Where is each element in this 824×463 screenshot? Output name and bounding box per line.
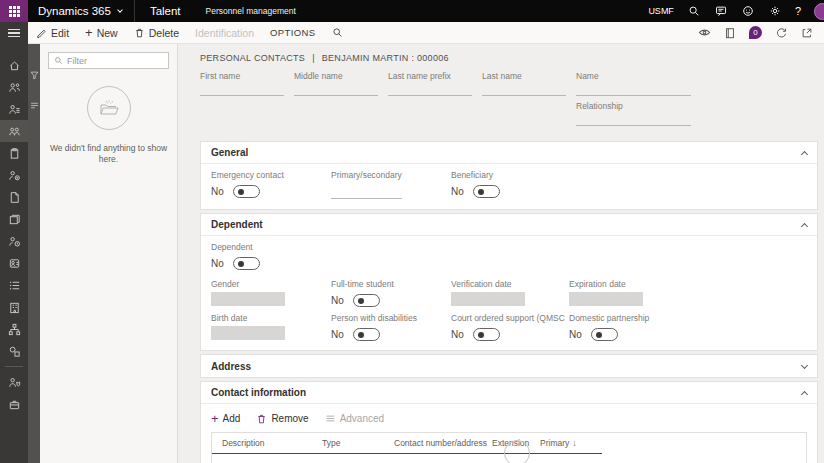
beneficiary-field: Beneficiary No — [451, 170, 569, 200]
search-icon[interactable] — [687, 4, 701, 18]
dependent-toggle[interactable] — [233, 257, 260, 270]
empty-folder-icon — [87, 86, 131, 130]
company-selector[interactable]: USMF — [648, 6, 674, 16]
filter-funnel-icon[interactable] — [30, 66, 39, 84]
person-with-disabilities-toggle[interactable] — [353, 328, 380, 341]
search-icon — [332, 27, 343, 38]
court-ordered-support-toggle[interactable] — [473, 328, 500, 341]
col-contact-number[interactable]: Contact number/address — [394, 438, 492, 448]
collapse-icon — [801, 150, 808, 157]
emergency-contact-toggle[interactable] — [233, 185, 260, 198]
primary-secondary-field: Primary/secondary — [331, 170, 451, 200]
command-bar: Edit + New Delete Identification OPTIONS — [28, 22, 824, 44]
search-icon — [54, 56, 63, 65]
expiration-date-input-disabled — [569, 292, 643, 306]
popout-icon[interactable] — [800, 26, 814, 40]
people-icon[interactable] — [0, 76, 28, 98]
sidebar-divider — [5, 366, 23, 367]
middle-name-field: Middle name — [294, 71, 378, 96]
col-type[interactable]: Type — [322, 438, 394, 448]
plus-icon: + — [211, 414, 219, 424]
general-section-header[interactable]: General — [201, 142, 817, 164]
add-button[interactable]: + Add — [211, 413, 240, 424]
main-content: PERSONAL CONTACTS | BENJAMIN MARTIN : 00… — [178, 44, 824, 463]
help-icon[interactable]: ? — [795, 5, 801, 17]
settings-gear-icon[interactable] — [768, 4, 782, 18]
refresh-icon[interactable] — [774, 26, 788, 40]
person-gear-icon[interactable] — [0, 164, 28, 186]
delete-button[interactable]: Delete — [126, 22, 187, 44]
smiley-icon[interactable] — [741, 4, 755, 18]
domestic-partnership-toggle[interactable] — [591, 328, 618, 341]
navigation-sidebar — [0, 22, 28, 463]
person-note-icon[interactable] — [0, 98, 28, 120]
section-general: General Emergency contact No — [200, 141, 818, 210]
edit-button[interactable]: Edit — [28, 22, 77, 44]
filter-input[interactable]: Filter — [48, 52, 169, 69]
page-header: PERSONAL CONTACTS | BENJAMIN MARTIN : 00… — [200, 44, 818, 141]
col-description[interactable]: Description — [222, 438, 322, 448]
contact-info-table: Description Type Contact number/address … — [211, 432, 807, 463]
filter-placeholder: Filter — [67, 56, 87, 66]
list-icon[interactable] — [0, 274, 28, 296]
briefcase-icon[interactable] — [0, 393, 28, 415]
top-nav-actions: USMF ? — [648, 3, 824, 20]
notifications-badge[interactable]: 0 — [749, 26, 762, 39]
col-primary[interactable]: Primary↓ — [540, 438, 600, 448]
options-menu[interactable]: OPTIONS — [262, 22, 324, 44]
brand-title[interactable]: Dynamics 365 — [38, 5, 111, 17]
birth-date-input-disabled — [211, 326, 285, 340]
plus-icon: + — [85, 28, 93, 38]
breadcrumb-separator: | — [312, 53, 315, 63]
dependent-section-header[interactable]: Dependent — [201, 214, 817, 236]
name-input[interactable] — [576, 83, 691, 96]
hierarchy-icon[interactable] — [0, 318, 28, 340]
org-building-icon[interactable] — [0, 296, 28, 318]
clipboard-icon[interactable] — [0, 142, 28, 164]
expand-icon — [801, 361, 808, 368]
home-icon[interactable] — [0, 54, 28, 76]
verification-date-input-disabled — [451, 292, 525, 306]
relationship-input[interactable] — [576, 113, 691, 126]
user-avatar[interactable] — [814, 3, 824, 20]
full-time-student-toggle[interactable] — [353, 294, 380, 307]
app-launcher-button[interactable] — [0, 0, 28, 22]
document-arrow-icon[interactable] — [0, 186, 28, 208]
photos-icon[interactable] — [0, 208, 28, 230]
person-clock-icon[interactable] — [0, 230, 28, 252]
domestic-partnership-field: Domestic partnership No — [569, 313, 807, 343]
name-fields: First name Middle name Last name prefix — [200, 71, 818, 126]
app-name[interactable]: Talent — [135, 5, 196, 17]
address-section-header[interactable]: Address — [201, 355, 817, 377]
pencil-icon — [36, 27, 47, 38]
gender-input-disabled — [211, 292, 285, 306]
view-eye-icon[interactable] — [697, 26, 711, 40]
breadcrumb: PERSONAL CONTACTS | BENJAMIN MARTIN : 00… — [200, 53, 818, 63]
section-address: Address — [200, 354, 818, 378]
first-name-input[interactable] — [200, 83, 284, 96]
contact-information-section-header[interactable]: Contact information — [201, 382, 817, 404]
guide-book-icon[interactable] — [723, 26, 737, 40]
people-admin-icon[interactable] — [0, 371, 28, 393]
toolbar-search-button[interactable] — [324, 22, 351, 44]
contact-info-toolbar: + Add Remove Advanced — [211, 413, 807, 424]
feedback-icon[interactable] — [714, 4, 728, 18]
last-name-input[interactable] — [482, 83, 566, 96]
menu-icon[interactable] — [0, 22, 28, 44]
relationship-field: Relationship — [576, 101, 691, 126]
breadcrumb-section[interactable]: PERSONAL CONTACTS — [200, 53, 305, 63]
person-with-disabilities-field: Person with disabilities No — [331, 313, 451, 343]
people-group-icon[interactable] — [0, 120, 28, 142]
people-badge-icon[interactable] — [0, 252, 28, 274]
beneficiary-toggle[interactable] — [473, 185, 500, 198]
section-dependent: Dependent Dependent No — [200, 213, 818, 351]
lines-icon — [325, 413, 336, 424]
pane-options-icon[interactable] — [30, 96, 39, 114]
new-button[interactable]: + New — [77, 22, 126, 44]
primary-secondary-input[interactable] — [331, 185, 402, 199]
remove-button[interactable]: Remove — [256, 413, 308, 424]
shapes-icon[interactable] — [0, 340, 28, 362]
middle-name-input[interactable] — [294, 83, 378, 96]
last-name-field: Last name — [482, 71, 566, 96]
last-name-prefix-input[interactable] — [388, 83, 472, 96]
